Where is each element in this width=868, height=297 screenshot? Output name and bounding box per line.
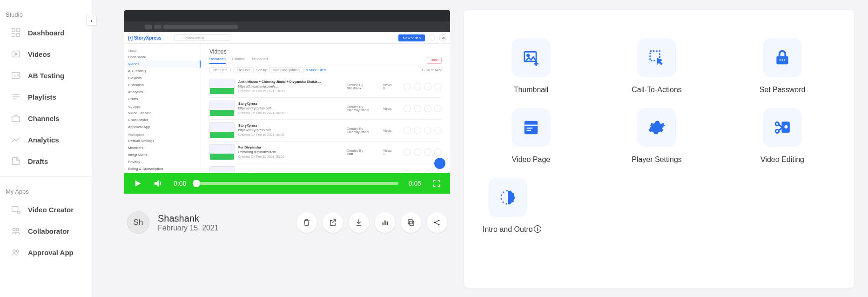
video-date: February 15, 2021 [158, 224, 219, 232]
page-icon [511, 108, 551, 147]
video-actions [296, 212, 447, 233]
mini-search: Search videos [175, 34, 230, 41]
mini-table-row: StoryXpresshttps://storyxpress.co/t...Cr… [209, 98, 442, 120]
mini-table-row: StoryXpresshttps://storyxpress.co/t...Cr… [209, 120, 442, 142]
section-title-studio: Studio [0, 5, 92, 22]
mini-bell-icon [429, 34, 435, 41]
nav-analytics[interactable]: Analytics [0, 129, 92, 150]
nav-videos[interactable]: Videos [0, 43, 92, 65]
svg-rect-40 [527, 130, 532, 131]
svg-rect-1 [17, 29, 20, 32]
open-external-button[interactable] [323, 212, 343, 233]
nav-video-creator[interactable]: Video Creator [0, 199, 92, 220]
chevron-left-icon: ‹ [90, 17, 93, 24]
section-title-myapps: My Apps [0, 182, 92, 199]
video-icon [10, 48, 21, 60]
setting-thumbnail[interactable]: Thumbnail [483, 38, 579, 94]
svg-point-17 [13, 250, 15, 253]
mini-fab-icon [434, 158, 445, 169]
divider [0, 176, 92, 177]
svg-rect-3 [17, 34, 20, 36]
svg-text:B: B [17, 74, 20, 78]
progress-knob[interactable] [193, 180, 200, 187]
svg-point-42 [784, 125, 787, 128]
delete-button[interactable] [296, 212, 317, 233]
analytics-icon [10, 134, 21, 145]
mini-browser-addressbar [124, 21, 450, 32]
svg-point-18 [16, 250, 19, 253]
svg-rect-25 [408, 220, 412, 224]
play-button[interactable] [133, 178, 143, 189]
svg-point-16 [16, 229, 19, 231]
svg-rect-13 [12, 207, 18, 212]
svg-rect-24 [410, 221, 414, 225]
svg-point-33 [780, 59, 781, 61]
nav-ab-testing[interactable]: ABAB Testing [0, 65, 92, 86]
nav-playlists[interactable]: Playlists [0, 86, 92, 108]
setting-page[interactable]: Video Page [483, 108, 579, 164]
dashboard-icon [10, 27, 21, 38]
info-icon[interactable]: i [534, 225, 541, 233]
duration: 0:05 [409, 180, 421, 187]
svg-rect-21 [383, 223, 384, 225]
setting-cta[interactable]: Call-To-Actions [608, 38, 705, 94]
nav-channels[interactable]: Channels [0, 108, 92, 129]
video-column: [•] StoryXpress Search videos New Video … [124, 10, 450, 288]
setting-lock[interactable]: Set Password [734, 38, 831, 94]
author-avatar: Sh [127, 211, 149, 234]
video-creator-icon [10, 204, 21, 215]
setting-timer[interactable]: Intro and Outroi [483, 178, 579, 234]
playlist-icon [10, 91, 21, 102]
lock-icon [763, 38, 802, 77]
nav-approval-app[interactable]: Approval App [0, 242, 92, 263]
thumbnail-icon [511, 38, 551, 77]
svg-rect-38 [525, 125, 538, 126]
setting-scissors[interactable]: Video Editing [734, 108, 831, 164]
setting-gear[interactable]: Player Settings [608, 108, 705, 164]
fullscreen-button[interactable] [431, 178, 442, 189]
sidebar: ‹ Studio Dashboard Videos ABAB Testing P… [0, 0, 92, 297]
collaborator-icon [10, 225, 21, 236]
svg-rect-12 [12, 116, 20, 122]
approval-icon [10, 247, 21, 258]
svg-point-34 [781, 59, 783, 61]
svg-rect-0 [12, 29, 15, 32]
video-card: [•] StoryXpress Search videos New Video … [124, 10, 450, 194]
download-button[interactable] [349, 212, 369, 233]
svg-rect-2 [12, 34, 15, 36]
svg-point-35 [784, 59, 785, 61]
mini-app: [•] StoryXpress Search videos New Video … [124, 32, 450, 173]
video-viewport[interactable]: [•] StoryXpress Search videos New Video … [124, 10, 450, 173]
mini-table-row: For DivyanshuRemoving duplicates from ..… [209, 142, 442, 163]
ab-testing-icon: AB [10, 70, 21, 81]
svg-point-14 [18, 211, 20, 214]
mini-table-row: StoryXpress Created By Views [209, 163, 442, 173]
svg-marker-5 [15, 53, 18, 55]
svg-rect-39 [527, 128, 533, 128]
analytics-button[interactable] [375, 212, 395, 233]
mini-browser-tabbar [124, 10, 450, 21]
svg-point-15 [13, 229, 15, 231]
nav-drafts[interactable]: Drafts [0, 150, 92, 172]
mini-table-row: Ankit Mishra + Chinmay Jindal + Divyansh… [209, 76, 442, 98]
nav-dashboard[interactable]: Dashboard [0, 22, 92, 43]
mini-new-video-button: New Video [398, 34, 425, 41]
volume-button[interactable] [153, 178, 163, 189]
settings-panel: Thumbnail Call-To-Actions Set Password V… [464, 10, 854, 288]
tv-icon [10, 113, 21, 124]
svg-point-30 [527, 54, 529, 57]
svg-marker-19 [135, 180, 141, 186]
scissors-icon [763, 108, 802, 147]
gear-icon [637, 108, 676, 147]
copy-button[interactable] [401, 212, 421, 233]
current-time: 0:00 [174, 180, 186, 187]
collapse-sidebar-button[interactable]: ‹ [86, 15, 97, 26]
video-controls: 0:00 0:05 [124, 173, 450, 194]
main-content: [•] StoryXpress Search videos New Video … [92, 0, 868, 297]
progress-bar[interactable] [196, 182, 398, 185]
mini-logo: [•] StoryXpress [128, 35, 161, 40]
svg-text:A: A [13, 74, 16, 78]
share-button[interactable] [427, 212, 447, 233]
mini-main: Videos Recorded Created Uploaded Trash S… [201, 44, 450, 173]
nav-collaborator[interactable]: Collaborator [0, 220, 92, 242]
